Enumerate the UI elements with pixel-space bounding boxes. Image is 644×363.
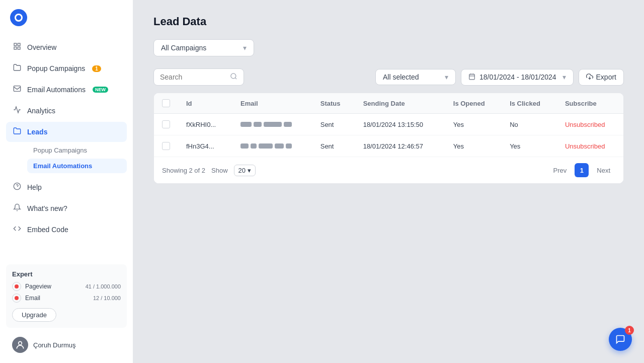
filter-bar: All Campaigns ▾ (153, 39, 624, 56)
pageview-dot-wrap (12, 282, 21, 291)
avatar (12, 337, 28, 353)
status-filter-label: All selected (383, 73, 419, 81)
sidebar-item-help[interactable]: Help (6, 177, 127, 197)
pageview-dot (15, 284, 19, 288)
sidebar-item-analytics[interactable]: Analytics (6, 101, 127, 121)
svg-line-9 (235, 78, 236, 79)
prev-button[interactable]: Prev (548, 165, 572, 176)
user-row: Çoruh Durmuş (6, 333, 127, 353)
row2-unsubscribed-tag: Unsubscribed (565, 142, 605, 150)
main-content: Lead Data All Campaigns ▾ All selected ▾… (133, 0, 644, 363)
row2-sending-date: 18/01/2024 12:46:57 (355, 135, 445, 157)
showing-text: Showing 2 of 2 (162, 167, 205, 174)
email-label: Email (25, 295, 89, 302)
header-sending-date: Sending Date (355, 93, 445, 114)
sidebar-item-overview[interactable]: Overview (6, 37, 127, 57)
row1-email (232, 114, 312, 135)
embed-icon (12, 225, 22, 235)
blur-block (275, 143, 284, 149)
campaign-filter-dropdown[interactable]: All Campaigns ▾ (153, 39, 254, 56)
blur-block (240, 143, 249, 149)
sidebar-item-embed-code[interactable]: Embed Code (6, 220, 127, 240)
svg-rect-4 (14, 86, 20, 92)
leads-table: Id Email Status Sending Date Is Opened I… (154, 93, 623, 157)
blur-block (254, 122, 262, 127)
email-dot-wrap (12, 294, 21, 303)
export-button[interactable]: Export (579, 69, 624, 86)
campaign-filter-label: All Campaigns (161, 44, 206, 52)
select-all-checkbox[interactable] (162, 99, 170, 107)
sidebar-item-leads[interactable]: Leads (6, 122, 127, 142)
sidebar-item-email-automations-sub[interactable]: Email Automations (27, 159, 127, 173)
header-id: Id (178, 93, 232, 114)
user-name: Çoruh Durmuş (33, 341, 76, 349)
pageview-count: 41 / 1.000.000 (86, 283, 121, 289)
row2-checkbox[interactable] (162, 142, 170, 150)
row2-status: Sent (312, 135, 355, 157)
row1-checkbox[interactable] (162, 120, 170, 128)
table-row: fHn3G4... Sent 18/01/2024 12:46:57 Yes (154, 135, 623, 157)
show-per-page-select[interactable]: 20 ▾ (234, 165, 256, 176)
header-checkbox-cell (154, 93, 178, 114)
email-count: 12 / 10.000 (93, 295, 121, 301)
analytics-icon (12, 106, 22, 116)
popup-campaigns-badge: 1 (92, 65, 101, 72)
table-row: fXkRHI0... Sent 18/01/2024 13:15:50 Yes … (154, 114, 623, 135)
row1-is-clicked: No (502, 114, 557, 135)
sidebar-item-analytics-label: Analytics (27, 107, 55, 115)
status-chevron-down-icon: ▾ (445, 73, 448, 81)
help-icon (12, 182, 22, 192)
row1-sending-date: 18/01/2024 13:15:50 (355, 114, 445, 135)
pageview-usage-row: Pageview 41 / 1.000.000 (12, 282, 121, 291)
search-box (153, 68, 244, 86)
sidebar-item-popup-campaigns[interactable]: Popup Campaigns 1 (6, 58, 127, 79)
expert-section: Expert Pageview 41 / 1.000.000 Email 12 … (6, 264, 127, 328)
row1-email-blur (240, 122, 304, 127)
table-footer: Showing 2 of 2 Show 20 ▾ Prev 1 Next (154, 157, 623, 183)
blur-block (286, 143, 292, 149)
svg-rect-3 (14, 47, 17, 49)
chevron-down-icon: ▾ (243, 44, 247, 52)
sidebar: Overview Popup Campaigns 1 Email Automat… (0, 0, 133, 363)
export-icon (586, 73, 593, 82)
chat-badge: 1 (625, 326, 634, 335)
chat-button[interactable]: 1 (609, 328, 632, 351)
search-input[interactable] (160, 73, 226, 81)
logo-area[interactable] (0, 0, 133, 35)
pagination: Prev 1 Next (548, 163, 615, 177)
show-value: 20 (238, 167, 246, 174)
sidebar-item-email-automations[interactable]: Email Automations NEW (6, 80, 127, 100)
show-label: Show (211, 167, 228, 174)
next-button[interactable]: Next (592, 165, 615, 176)
svg-rect-0 (14, 43, 17, 46)
blur-block (240, 122, 252, 127)
sidebar-item-whats-new[interactable]: What's new? (6, 198, 127, 219)
row2-is-clicked: Yes (502, 135, 557, 157)
blur-block (264, 122, 282, 127)
current-page: 1 (575, 163, 589, 177)
upgrade-button[interactable]: Upgrade (12, 308, 56, 322)
table-header-row: Id Email Status Sending Date Is Opened I… (154, 93, 623, 114)
pageview-label: Pageview (25, 283, 82, 290)
sidebar-item-popup-campaigns-sub[interactable]: Popup Campaigns (27, 143, 127, 158)
row2-id: fHn3G4... (178, 135, 232, 157)
header-email: Email (232, 93, 312, 114)
row2-is-opened: Yes (445, 135, 502, 157)
row1-id: fXkRHI0... (178, 114, 232, 135)
search-icon (230, 72, 237, 82)
header-is-opened: Is Opened (445, 93, 502, 114)
bell-icon (12, 203, 22, 213)
sidebar-item-help-label: Help (27, 183, 42, 191)
svg-point-7 (19, 341, 22, 345)
blur-block (259, 143, 273, 149)
overview-icon (12, 42, 22, 52)
header-subscribe: Subscribe (557, 93, 623, 114)
svg-rect-10 (469, 74, 475, 80)
expert-title: Expert (12, 270, 121, 278)
svg-rect-2 (18, 47, 20, 49)
sidebar-item-overview-label: Overview (27, 43, 56, 51)
sidebar-nav: Overview Popup Campaigns 1 Email Automat… (0, 35, 133, 264)
date-range-picker[interactable]: 18/01/2024 - 18/01/2024 ▾ (461, 69, 574, 86)
status-filter-dropdown[interactable]: All selected ▾ (375, 69, 456, 85)
row2-email (232, 135, 312, 157)
